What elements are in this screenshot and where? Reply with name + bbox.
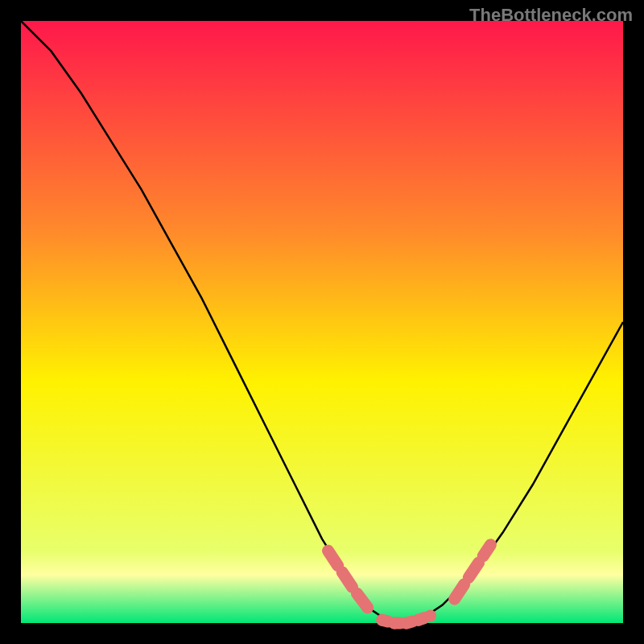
svg-line-5: [407, 621, 413, 623]
plot-background: [21, 21, 623, 623]
chart-svg: [0, 0, 644, 644]
chart-container: TheBottleneck.com: [0, 0, 644, 644]
svg-point-8: [424, 610, 436, 622]
watermark-text: TheBottleneck.com: [469, 5, 633, 26]
svg-line-7: [419, 618, 425, 621]
svg-line-1: [382, 620, 389, 621]
